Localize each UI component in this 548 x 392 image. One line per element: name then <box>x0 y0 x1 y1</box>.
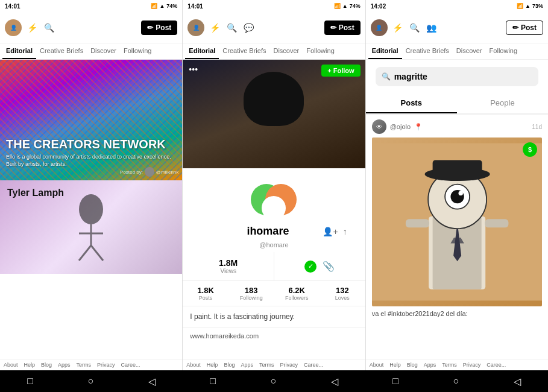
post-user-avatar[interactable]: 👁 <box>372 119 386 134</box>
footer-careers-p1[interactable]: Caree... <box>121 362 140 368</box>
search-icon-p2[interactable]: 🔍 <box>225 21 238 34</box>
footer-privacy-p2[interactable]: Privacy <box>280 362 298 368</box>
footer-terms-p1[interactable]: Terms <box>77 362 92 368</box>
footer-privacy-p1[interactable]: Privacy <box>97 362 115 368</box>
footer-apps-p2[interactable]: Apps <box>241 362 253 368</box>
post-item: 👁 @ojolo 📍 11d <box>366 115 548 326</box>
nav-square-btn3[interactable]: □ <box>392 376 398 387</box>
clip-icon: 📎 <box>323 261 335 272</box>
avatar-p1[interactable]: 👤 <box>5 19 22 36</box>
footer-apps-p1[interactable]: Apps <box>58 362 71 368</box>
add-friend-icon[interactable]: 👤+ <box>323 227 338 236</box>
nav-circle-btn2[interactable]: ○ <box>270 376 276 387</box>
tab-editorial-p3[interactable]: Editorial <box>368 43 402 59</box>
artist-handle: @homare <box>183 241 365 248</box>
nav-back-btn2[interactable]: ◁ <box>331 376 338 387</box>
stat-views: 1.8M Views <box>183 252 274 280</box>
share-icon[interactable]: ↑ <box>343 227 347 236</box>
result-tab-posts[interactable]: Posts <box>366 93 457 113</box>
status-bar-panel3: 14:02 📶 ▲ 73% <box>366 0 548 12</box>
stats-row-views: 1.8M Views ✓ 📎 <box>183 252 365 281</box>
time-panel2: 14:01 <box>187 3 203 10</box>
avatar-p3[interactable]: 👤 <box>371 19 388 36</box>
search-bar[interactable]: 🔍 magritte <box>376 67 538 86</box>
ihomare-logo <box>250 178 298 220</box>
lightning-icon-p1[interactable]: ⚡ <box>25 21 39 34</box>
footer-careers-p2[interactable]: Caree... <box>304 362 323 368</box>
lightning-icon-p2[interactable]: ⚡ <box>208 21 221 34</box>
post-button-p3[interactable]: ✏ Post <box>506 21 543 35</box>
time-panel3: 14:02 <box>371 3 386 10</box>
hero-text-area: THE CREATORS NETWORK Ello is a global co… <box>6 138 176 168</box>
nav-square-btn[interactable]: □ <box>27 376 33 387</box>
footer-about-p2[interactable]: About <box>186 362 201 368</box>
footer-apps-p3[interactable]: Apps <box>424 362 436 368</box>
footer-terms-p2[interactable]: Terms <box>259 362 274 368</box>
lightning-icon-p3[interactable]: ⚡ <box>391 21 405 34</box>
panel1-header: 👤 ⚡ 🔍 ✏ Post <box>0 12 182 43</box>
result-tabs: Posts People <box>366 93 548 115</box>
footer-blog-p3[interactable]: Blog <box>407 362 418 368</box>
hero-subtitle: Ello is a global community of artists de… <box>6 153 176 168</box>
tab-following-p2[interactable]: Following <box>303 43 338 59</box>
figure-svg <box>67 191 115 264</box>
avatar-p2[interactable]: 👤 <box>187 19 204 36</box>
nav-circle-btn[interactable]: ○ <box>87 376 93 387</box>
tab-discover-p1[interactable]: Discover <box>87 43 120 59</box>
svg-rect-17 <box>406 219 429 227</box>
second-card-p1: Tyler Lamph <box>0 180 182 274</box>
tab-creative-p2[interactable]: Creative Briefs <box>219 43 269 59</box>
post-button-p2[interactable]: ✏ Post <box>324 21 361 35</box>
artist-name: ihomare <box>247 225 289 238</box>
logo-white <box>262 196 286 220</box>
time-panel1: 14:01 <box>5 3 20 10</box>
footer-help-p3[interactable]: Help <box>389 362 401 368</box>
post-location-icon: 📍 <box>414 123 423 131</box>
second-title: Tyler Lamph <box>7 188 64 198</box>
post-button-p1[interactable]: ✏ Post <box>141 21 177 35</box>
footer-blog-p2[interactable]: Blog <box>224 362 235 368</box>
battery-label-p1: 74% <box>166 3 177 9</box>
wifi-icon-p1: ▲ <box>159 3 165 9</box>
tab-discover-p2[interactable]: Discover <box>269 43 303 59</box>
dollar-badge[interactable]: $ <box>523 142 537 157</box>
footer-help-p2[interactable]: Help <box>207 362 218 368</box>
more-options-icon[interactable]: ••• <box>189 65 198 74</box>
tab-creative-p1[interactable]: Creative Briefs <box>36 43 87 59</box>
dark-shape <box>244 72 304 126</box>
footer-help-p1[interactable]: Help <box>24 362 36 368</box>
result-tab-people[interactable]: People <box>457 93 548 113</box>
footer-privacy-p3[interactable]: Privacy <box>463 362 481 368</box>
nav-square-btn2[interactable]: □ <box>210 376 216 387</box>
footer-about-p3[interactable]: About <box>370 362 384 368</box>
search-icon-p1[interactable]: 🔍 <box>42 21 55 34</box>
posted-avatar <box>145 167 154 177</box>
tab-following-p3[interactable]: Following <box>486 43 521 59</box>
nav-back-btn3[interactable]: ◁ <box>514 376 521 387</box>
artist-website[interactable]: www.homareikeda.com <box>183 327 365 344</box>
follow-button[interactable]: + Follow <box>321 65 360 77</box>
search-mag-icon: 🔍 <box>382 72 391 81</box>
post-username[interactable]: @ojolo <box>390 123 411 130</box>
footer-blog-p1[interactable]: Blog <box>41 362 52 368</box>
tab-creative-p3[interactable]: Creative Briefs <box>402 43 453 59</box>
panel2-header: 👤 ⚡ 🔍 💬 ✏ Post <box>183 12 365 43</box>
nav-circle-btn3[interactable]: ○ <box>453 376 459 387</box>
message-icon-p2[interactable]: 💬 <box>242 21 255 34</box>
tab-following-p1[interactable]: Following <box>120 43 155 59</box>
tab-editorial-p1[interactable]: Editorial <box>2 43 36 59</box>
post-item-header: 👁 @ojolo 📍 11d <box>372 119 542 134</box>
search-icon-p3[interactable]: 🔍 <box>408 21 421 34</box>
views-label: Views <box>189 268 268 274</box>
footer-terms-p3[interactable]: Terms <box>442 362 457 368</box>
search-query: magritte <box>394 72 427 81</box>
nav-back-btn[interactable]: ◁ <box>148 376 156 387</box>
footer-careers-p3[interactable]: Caree... <box>487 362 506 368</box>
footer-about-p1[interactable]: About <box>4 362 18 368</box>
tab-editorial-p2[interactable]: Editorial <box>185 43 219 59</box>
svg-rect-15 <box>432 160 482 177</box>
people-icon-p3[interactable]: 👥 <box>425 21 438 34</box>
svg-point-13 <box>458 191 462 195</box>
tab-discover-p3[interactable]: Discover <box>453 43 486 59</box>
footer-p3: About Help Blog Apps Terms Privacy Caree… <box>366 359 548 370</box>
